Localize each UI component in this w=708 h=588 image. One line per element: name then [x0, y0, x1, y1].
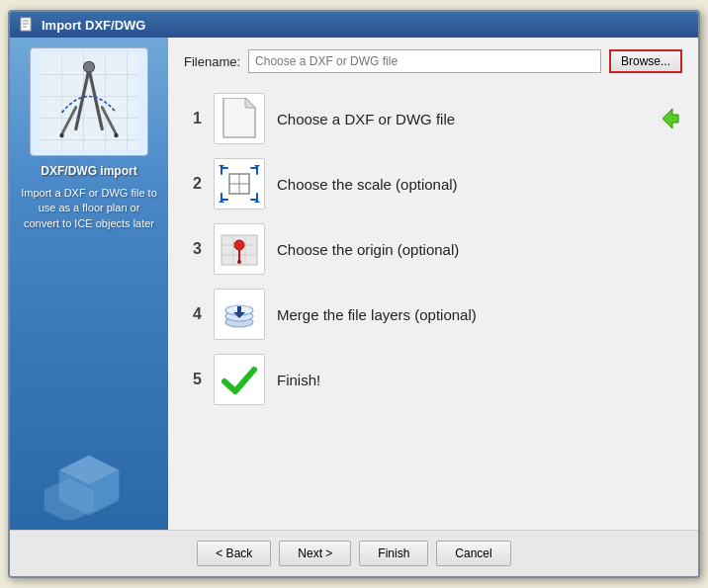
svg-marker-26	[245, 98, 255, 108]
step-row-1: 1 Choose a DXF or DWG file	[184, 89, 682, 148]
dialog-title: Import DXF/DWG	[42, 18, 145, 33]
step-icon-box-1	[214, 93, 265, 144]
step-row-5: 5 Finish!	[184, 350, 682, 409]
cancel-button[interactable]: Cancel	[436, 541, 510, 566]
svg-point-18	[59, 133, 63, 137]
svg-point-19	[114, 133, 118, 137]
step-icon-box-5	[214, 354, 265, 405]
step-number-2: 2	[184, 175, 202, 193]
import-dialog: Import DXF/DWG	[8, 10, 700, 578]
step-label-3: Choose the origin (optional)	[277, 241, 459, 258]
next-button[interactable]: Next >	[279, 541, 351, 566]
finish-check-icon	[220, 360, 259, 399]
left-panel-image	[30, 47, 148, 156]
back-button[interactable]: < Back	[197, 541, 271, 566]
file-icon	[221, 98, 257, 139]
left-panel: DXF/DWG import Import a DXF or DWG file …	[10, 38, 168, 530]
compass-illustration	[35, 47, 143, 156]
browse-button[interactable]: Browse...	[609, 49, 682, 73]
step-row-2: 2	[184, 154, 682, 213]
step-row-3: 3	[184, 219, 682, 279]
step-label-4: Merge the file layers (optional)	[277, 306, 477, 323]
step-label-2: Choose the scale (optional)	[277, 176, 458, 193]
svg-point-15	[84, 61, 95, 72]
layers-icon	[218, 293, 261, 336]
filename-row: Filename: Browse...	[184, 49, 682, 73]
finish-button[interactable]: Finish	[359, 541, 428, 566]
steps-list: 1 Choose a DXF or DWG file	[184, 89, 682, 518]
left-panel-desc: Import a DXF or DWG file to use as a flo…	[20, 186, 158, 231]
dialog-body: DXF/DWG import Import a DXF or DWG file …	[10, 38, 698, 530]
svg-point-42	[237, 260, 241, 264]
title-bar: Import DXF/DWG	[10, 12, 698, 38]
step-label-5: Finish!	[277, 372, 320, 388]
step-row-4: 4	[184, 285, 682, 344]
dialog-icon	[20, 17, 36, 33]
step-icon-box-4	[214, 289, 265, 340]
ice-cube-icon	[40, 441, 138, 520]
step-icon-box-3	[214, 223, 265, 275]
filename-input[interactable]	[248, 49, 601, 73]
svg-rect-47	[237, 306, 241, 314]
right-panel: Filename: Browse... 1 Choose a	[168, 38, 698, 530]
step-number-1: 1	[184, 110, 202, 127]
origin-icon	[218, 227, 261, 271]
step-number-3: 3	[184, 240, 202, 258]
step-number-4: 4	[184, 305, 202, 323]
ice-decoration	[20, 231, 158, 520]
button-bar: < Back Next > Finish Cancel	[10, 530, 698, 576]
step-number-5: 5	[184, 371, 202, 388]
svg-marker-27	[663, 109, 678, 128]
step-label-1: Choose a DXF or DWG file	[277, 111, 455, 127]
scale-icon	[218, 162, 261, 206]
step-icon-box-2	[214, 158, 265, 210]
step1-arrow-icon	[659, 107, 682, 130]
svg-point-40	[234, 240, 244, 250]
left-panel-title: DXF/DWG import	[41, 164, 136, 178]
filename-label: Filename:	[184, 54, 240, 69]
